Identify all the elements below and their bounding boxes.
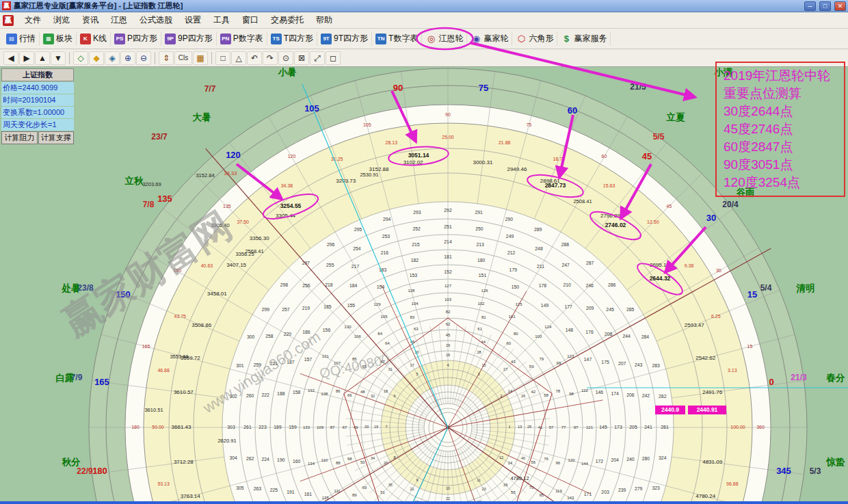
svg-text:258: 258 (265, 334, 274, 339)
toolbar-button-9T四方形[interactable]: 9T9T四方形 (317, 31, 372, 46)
svg-text:55: 55 (511, 490, 516, 494)
toolbar-button-行情[interactable]: ▤行情 (3, 31, 40, 46)
select-tool-icon[interactable]: ◻ (326, 51, 341, 65)
toolbar-button-六角形[interactable]: ⬡六角形 (512, 31, 557, 46)
行情-icon: ▤ (6, 34, 17, 44)
svg-text:215: 215 (412, 242, 420, 247)
nav-right-icon[interactable]: ▶ (19, 51, 34, 65)
svg-text:65: 65 (362, 364, 367, 369)
svg-text:263: 263 (254, 486, 262, 491)
toolbar-button-赢家服务[interactable]: $赢家服务 (557, 31, 611, 46)
svg-text:90: 90 (393, 83, 403, 93)
svg-text:31.25: 31.25 (331, 157, 343, 161)
svg-text:83: 83 (410, 315, 414, 319)
svg-text:56: 56 (531, 460, 535, 464)
svg-text:59: 59 (529, 364, 534, 369)
calc-resistance-button[interactable]: 计算阻力 (1, 131, 38, 144)
svg-text:109: 109 (317, 425, 324, 429)
svg-text:300: 300 (247, 334, 255, 339)
box-x-tool-icon[interactable]: ⊠ (294, 51, 309, 65)
clear-button[interactable]: Cls (174, 51, 192, 65)
toolbar-button-江恩轮[interactable]: ◎江恩轮 (422, 31, 467, 46)
nav-up-icon[interactable]: ▲ (35, 51, 50, 65)
toolbar-button-T四方形[interactable]: TST四方形 (267, 31, 317, 46)
svg-text:292: 292 (444, 208, 452, 213)
date-labels: 7/723/77/823/87/922/921/55/520/45/421/35… (71, 82, 821, 476)
svg-text:39: 39 (503, 483, 507, 487)
T四方形-icon: TS (271, 34, 282, 44)
measure-icon[interactable]: ⇕ (159, 51, 174, 65)
svg-text:33.33: 33.33 (224, 170, 237, 176)
toolbar-label: T四方形 (284, 33, 313, 44)
minimize-button[interactable]: ─ (804, 1, 816, 11)
svg-text:178: 178 (539, 283, 547, 288)
svg-text:2440.91: 2440.91 (697, 406, 718, 413)
menu-item-4[interactable]: 公式选股 (133, 13, 178, 27)
svg-text:3152.88: 3152.88 (369, 166, 389, 172)
svg-text:204: 204 (611, 457, 620, 462)
diamond-outline-icon[interactable]: ◇ (73, 51, 88, 65)
svg-text:23: 23 (481, 487, 486, 491)
calendar-icon[interactable]: ▦ (193, 51, 208, 65)
calc-support-button[interactable]: 计算支撑 (38, 131, 75, 144)
close-button[interactable]: ✕ (834, 1, 846, 11)
integer-ring-numbers: 1234567891011121314151617181920212223242… (227, 208, 669, 504)
rect-tool-icon[interactable]: □ (215, 51, 230, 65)
toolbar-button-板块[interactable]: ▦板块 (40, 31, 77, 46)
nav-left-icon[interactable]: ◀ (3, 51, 18, 65)
circle-tool-icon[interactable]: ⊙ (278, 51, 293, 65)
toolbar-button-K线[interactable]: KK线 (77, 31, 111, 46)
svg-text:7/7: 7/7 (204, 84, 216, 94)
maximize-button[interactable]: □ (819, 1, 831, 11)
resize-tool-icon[interactable]: ⤢ (310, 51, 325, 65)
svg-text:345: 345 (776, 466, 791, 476)
toolbar-button-T数字表[interactable]: TNT数字表 (372, 31, 422, 46)
svg-text:209: 209 (586, 306, 594, 310)
svg-text:255: 255 (326, 263, 334, 267)
menu-item-7[interactable]: 窗口 (236, 13, 265, 27)
toolbar-button-P四方形[interactable]: PSP四方形 (111, 31, 161, 46)
toolbar-button-9P四方形[interactable]: 9P9P四方形 (161, 31, 217, 46)
annotation-line: 60度2847点 (724, 138, 837, 156)
menu-item-9[interactable]: 帮助 (310, 13, 339, 27)
nav-down-icon[interactable]: ▼ (51, 51, 66, 65)
svg-text:183: 183 (379, 267, 387, 272)
svg-text:3254.55: 3254.55 (280, 202, 302, 209)
app-logo-icon: 赢 (3, 15, 14, 26)
svg-text:180: 180 (477, 258, 486, 263)
svg-text:102: 102 (477, 302, 485, 306)
toolbar-button-赢家轮[interactable]: ◉赢家轮 (467, 31, 512, 46)
menu-item-3[interactable]: 江恩 (105, 13, 133, 27)
svg-text:259: 259 (254, 362, 262, 367)
menu-item-5[interactable]: 设置 (178, 13, 207, 27)
rotate-right-icon[interactable]: ↷ (263, 51, 278, 65)
zoom-out-icon[interactable]: ⊖ (136, 51, 151, 65)
menu-item-2[interactable]: 资讯 (76, 13, 105, 27)
diamond-dot-icon[interactable]: ◈ (105, 51, 120, 65)
diamond-filled-icon[interactable]: ◆ (89, 51, 104, 65)
svg-text:81: 81 (481, 315, 486, 319)
wheel-center-dot (447, 426, 450, 429)
svg-text:77: 77 (561, 425, 566, 429)
svg-text:187: 187 (287, 360, 295, 364)
annotation-arrows (237, 43, 706, 273)
toolbar-button-P数字表[interactable]: PNP数字表 (217, 31, 267, 46)
svg-text:143: 143 (567, 496, 574, 500)
rotate-left-icon[interactable]: ↶ (247, 51, 262, 65)
svg-text:3610.57: 3610.57 (174, 389, 194, 395)
zoom-in-icon[interactable]: ⊕ (120, 51, 135, 65)
menu-item-0[interactable]: 文件 (18, 13, 47, 27)
svg-text:53.13: 53.13 (157, 481, 170, 486)
menu-item-1[interactable]: 浏览 (47, 13, 76, 27)
triangle-tool-icon[interactable]: △ (231, 51, 246, 65)
svg-text:2746.02: 2746.02 (605, 222, 626, 228)
svg-text:76: 76 (544, 457, 548, 461)
svg-text:284: 284 (641, 334, 650, 339)
svg-text:2644.32: 2644.32 (650, 275, 671, 282)
menu-item-8[interactable]: 交易委托 (265, 13, 310, 27)
9T四方形-icon: 9T (321, 34, 332, 44)
toolbar-separator (155, 52, 155, 64)
svg-text:3661.43: 3661.43 (172, 424, 191, 430)
menu-item-6[interactable]: 工具 (207, 13, 236, 27)
svg-text:44: 44 (481, 340, 486, 344)
